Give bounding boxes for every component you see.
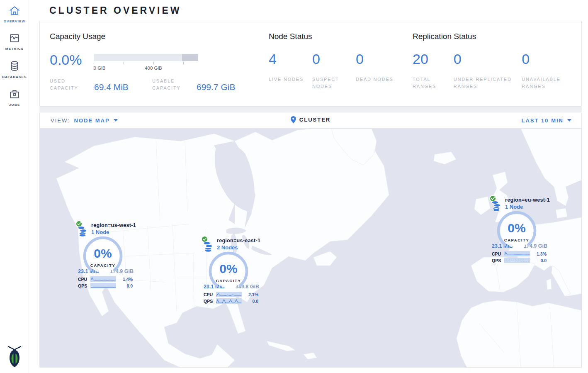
live-nodes-label: LIVE NODES — [269, 76, 312, 83]
qps-label: QPS — [204, 299, 216, 304]
capacity-percent: 0.0% — [50, 52, 94, 67]
capacity-usage-title: Capacity Usage — [50, 32, 269, 41]
qps-sparkline — [216, 298, 242, 304]
sidebar-item-overview[interactable]: OVERVIEW — [0, 0, 29, 27]
locality-node-count: 1 Node — [505, 204, 552, 210]
view-selector[interactable]: VIEW: NODE MAP — [40, 117, 118, 124]
total-ranges-label: TOTAL RANGES — [413, 76, 454, 90]
cockroachdb-logo — [0, 345, 29, 370]
locality-eu-west-1[interactable]: region=eu-west-1 1 Node 0% CAPACITY 23.1… — [489, 195, 552, 264]
dead-nodes-value: 0 — [356, 52, 399, 66]
suspect-nodes-value: 0 — [312, 52, 356, 66]
capacity-bar: 0 GiB 400 GiB — [94, 52, 198, 72]
sidebar-item-label: OVERVIEW — [0, 20, 29, 23]
suspect-nodes-label: SUSPECT NODES — [312, 76, 356, 90]
cpu-label: CPU — [204, 292, 216, 297]
cpu-sparkline — [90, 276, 116, 282]
dead-nodes-label: DEAD NODES — [356, 76, 399, 83]
sidebar: OVERVIEW METRICS DATABASES JOBS — [0, 0, 29, 373]
sidebar-item-metrics[interactable]: METRICS — [0, 27, 29, 55]
sidebar-item-jobs[interactable]: JOBS — [0, 83, 29, 111]
capacity-gauge: 0% CAPACITY — [208, 251, 249, 292]
unavailable-ranges-label: UNAVAILABLE RANGES — [522, 76, 581, 90]
time-range-label: LAST 10 MIN — [522, 117, 564, 124]
capacity-gauge: 0% CAPACITY — [496, 210, 537, 251]
used-capacity-value: 69.4 MiB — [94, 83, 152, 92]
gauge-percent: 0% — [496, 221, 537, 235]
node-status-title: Node Status — [269, 32, 413, 41]
node-status-section: Node Status 4 LIVE NODES 0 SUSPECT NODES… — [269, 32, 413, 106]
dead-nodes-metric: 0 DEAD NODES — [356, 52, 399, 90]
chevron-down-icon — [114, 119, 118, 122]
locality-us-west-1[interactable]: region=us-west-1 1 Node 0% CAPACITY 23.1… — [75, 220, 138, 290]
panel-gap — [39, 107, 582, 112]
map-pin-icon — [291, 116, 296, 123]
live-nodes-value: 4 — [269, 52, 312, 66]
replication-status-title: Replication Status — [413, 32, 581, 41]
locality-node-count: 1 Node — [91, 229, 138, 235]
view-label: VIEW: — [51, 117, 70, 124]
cpu-sparkline — [216, 292, 242, 297]
under-replicated-ranges-value: 0 — [454, 52, 522, 66]
gauge-percent: 0% — [82, 246, 124, 261]
usable-capacity-label: USABLE CAPACITY — [152, 78, 197, 92]
unavailable-ranges-value: 0 — [522, 52, 581, 66]
locality-node-count: 2 Nodes — [217, 244, 264, 251]
gauge-percent: 0% — [208, 262, 249, 276]
capacity-gauge: 0% CAPACITY — [82, 235, 124, 277]
total-ranges-metric: 20 TOTAL RANGES — [413, 52, 454, 90]
qps-sparkline — [90, 283, 116, 288]
chevron-down-icon — [567, 119, 571, 122]
live-nodes-metric: 4 LIVE NODES — [269, 52, 312, 90]
home-icon — [9, 6, 20, 16]
sidebar-item-label: DATABASES — [0, 75, 29, 79]
cpu-value: 2.1% — [242, 292, 259, 297]
gauge-capacity-label: CAPACITY — [208, 278, 249, 283]
gauge-capacity-label: CAPACITY — [82, 263, 124, 268]
metrics-icon — [9, 33, 20, 43]
node-map-panel: VIEW: NODE MAP CLUSTER LAST 10 MIN — [39, 112, 582, 368]
qps-label: QPS — [78, 283, 90, 288]
sidebar-item-label: JOBS — [0, 103, 29, 107]
cpu-label: CPU — [492, 251, 504, 256]
under-replicated-ranges-metric: 0 UNDER-REPLICATED RANGES — [454, 52, 522, 90]
locality-name: region=us-east-1 — [217, 238, 264, 244]
cpu-value: 1.3% — [530, 251, 547, 256]
breadcrumb-label: CLUSTER — [299, 117, 330, 123]
qps-value: 0.0 — [116, 283, 134, 288]
cpu-value: 1.4% — [116, 277, 134, 282]
qps-label: QPS — [492, 258, 504, 263]
breadcrumb[interactable]: CLUSTER — [291, 116, 330, 123]
cpu-sparkline — [504, 251, 530, 256]
qps-sparkline — [504, 258, 530, 263]
unavailable-ranges-metric: 0 UNAVAILABLE RANGES — [522, 52, 581, 90]
view-value: NODE MAP — [74, 117, 110, 124]
sidebar-item-databases[interactable]: DATABASES — [0, 55, 29, 83]
qps-value: 0.0 — [242, 299, 259, 304]
node-map[interactable]: region=us-west-1 1 Node 0% CAPACITY 23.1… — [40, 129, 581, 368]
briefcase-icon — [9, 89, 20, 99]
cpu-label: CPU — [78, 277, 90, 282]
page-title: CLUSTER OVERVIEW — [29, 0, 588, 21]
used-capacity-label: USED CAPACITY — [50, 78, 94, 92]
usable-capacity-value: 699.7 GiB — [197, 83, 235, 92]
cluster-summary-panel: Capacity Usage 0.0% 0 GiB 400 GiB US — [39, 21, 582, 107]
capacity-tick-400: 400 GiB — [145, 66, 162, 71]
under-replicated-ranges-label: UNDER-REPLICATED RANGES — [454, 76, 522, 90]
locality-us-east-1[interactable]: region=us-east-1 2 Nodes 0% CAPACITY 23.… — [201, 236, 264, 305]
time-range-selector[interactable]: LAST 10 MIN — [522, 117, 581, 124]
capacity-tick-0: 0 GiB — [94, 66, 106, 71]
replication-status-section: Replication Status 20 TOTAL RANGES 0 UND… — [413, 32, 581, 106]
map-toolbar: VIEW: NODE MAP CLUSTER LAST 10 MIN — [40, 112, 581, 129]
sidebar-item-label: METRICS — [0, 47, 29, 51]
database-icon — [9, 61, 20, 71]
locality-name: region=eu-west-1 — [505, 197, 552, 203]
total-ranges-value: 20 — [413, 52, 454, 66]
qps-value: 0.0 — [530, 258, 547, 263]
main-content: CLUSTER OVERVIEW Capacity Usage 0.0% 0 G… — [29, 0, 588, 368]
capacity-usage-section: Capacity Usage 0.0% 0 GiB 400 GiB US — [50, 32, 269, 106]
locality-name: region=us-west-1 — [91, 222, 138, 228]
suspect-nodes-metric: 0 SUSPECT NODES — [312, 52, 356, 90]
capacity-bar-reserved-segment — [182, 54, 198, 61]
gauge-capacity-label: CAPACITY — [496, 238, 537, 242]
